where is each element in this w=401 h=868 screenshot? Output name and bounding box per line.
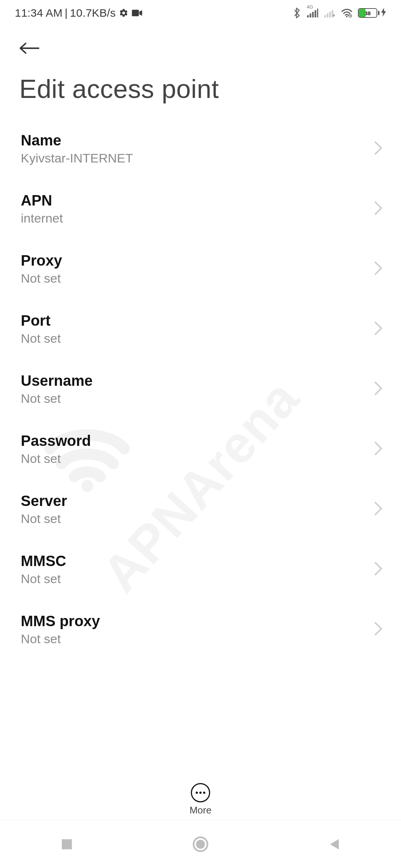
wifi-icon xyxy=(341,8,353,18)
chevron-right-icon xyxy=(374,621,383,638)
page-title: Edit access point xyxy=(0,63,401,119)
row-label: Password xyxy=(21,433,91,449)
row-value: Not set xyxy=(21,572,66,586)
status-left: 11:34 AM | 10.7KB/s xyxy=(15,7,143,19)
bottom-action-bar: More xyxy=(0,779,401,816)
chevron-right-icon xyxy=(374,261,383,277)
chevron-right-icon xyxy=(374,501,383,517)
row-mms-proxy[interactable]: MMS proxy Not set xyxy=(0,599,401,660)
row-label: Proxy xyxy=(21,252,62,269)
more-label: More xyxy=(189,805,211,816)
chevron-right-icon xyxy=(374,561,383,578)
row-value: Not set xyxy=(21,451,91,466)
bluetooth-icon xyxy=(293,7,301,19)
triangle-left-icon xyxy=(328,838,340,851)
svg-rect-4 xyxy=(312,12,314,17)
circle-icon xyxy=(192,836,209,852)
svg-point-16 xyxy=(196,839,205,848)
chevron-right-icon xyxy=(374,201,383,217)
svg-rect-7 xyxy=(324,15,326,17)
svg-rect-9 xyxy=(329,12,331,17)
row-label: MMS proxy xyxy=(21,613,100,629)
signal-sim1-icon: 4G xyxy=(307,9,319,17)
row-value: Not set xyxy=(21,331,61,346)
fade-overlay xyxy=(0,738,401,772)
status-right: 4G 38 xyxy=(293,7,386,19)
svg-rect-2 xyxy=(307,15,309,17)
chevron-right-icon xyxy=(374,141,383,157)
status-time: 11:34 AM xyxy=(15,7,62,19)
chevron-right-icon xyxy=(374,381,383,397)
row-label: MMSC xyxy=(21,553,66,569)
status-net-speed: 10.7KB/s xyxy=(70,7,115,19)
nav-recents-button[interactable] xyxy=(41,831,93,857)
row-value: Not set xyxy=(21,632,100,646)
nav-back-button[interactable] xyxy=(308,831,360,857)
row-mmsc[interactable]: MMSC Not set xyxy=(0,539,401,599)
square-icon xyxy=(61,838,73,851)
svg-rect-14 xyxy=(62,839,72,849)
nav-home-button[interactable] xyxy=(175,831,226,857)
battery-icon: 38 xyxy=(358,8,386,18)
row-server[interactable]: Server Not set xyxy=(0,479,401,539)
row-value: Not set xyxy=(21,271,62,286)
more-icon xyxy=(191,783,210,802)
svg-rect-1 xyxy=(132,10,139,16)
signal-sim2-icon xyxy=(324,9,336,17)
row-proxy[interactable]: Proxy Not set xyxy=(0,239,401,299)
more-button[interactable]: More xyxy=(189,783,211,816)
charging-bolt-icon xyxy=(381,8,386,18)
row-value: Kyivstar-INTERNET xyxy=(21,151,133,165)
status-bar: 11:34 AM | 10.7KB/s 4G xyxy=(0,0,401,26)
back-button[interactable] xyxy=(18,37,40,59)
chevron-right-icon xyxy=(374,321,383,337)
status-separator: | xyxy=(65,7,68,19)
svg-rect-5 xyxy=(314,10,316,18)
row-label: APN xyxy=(21,192,63,209)
row-value: Not set xyxy=(21,512,67,526)
camera-icon xyxy=(131,9,143,17)
gear-icon xyxy=(119,8,128,18)
row-apn[interactable]: APN internet xyxy=(0,179,401,239)
svg-point-11 xyxy=(346,16,348,17)
row-password[interactable]: Password Not set xyxy=(0,419,401,479)
svg-rect-6 xyxy=(317,9,318,17)
arrow-left-icon xyxy=(18,41,40,56)
row-label: Name xyxy=(21,132,133,149)
row-value: internet xyxy=(21,211,63,226)
settings-list: Name Kyivstar-INTERNET APN internet Prox… xyxy=(0,119,401,660)
svg-rect-8 xyxy=(327,14,329,18)
svg-rect-3 xyxy=(310,14,312,18)
row-name[interactable]: Name Kyivstar-INTERNET xyxy=(0,119,401,179)
row-label: Username xyxy=(21,372,92,389)
row-username[interactable]: Username Not set xyxy=(0,359,401,419)
system-nav-bar xyxy=(0,820,401,868)
row-label: Port xyxy=(21,312,61,329)
row-label: Server xyxy=(21,493,67,509)
row-value: Not set xyxy=(21,391,92,406)
svg-point-12 xyxy=(349,14,352,17)
row-port[interactable]: Port Not set xyxy=(0,299,401,359)
chevron-right-icon xyxy=(374,441,383,457)
